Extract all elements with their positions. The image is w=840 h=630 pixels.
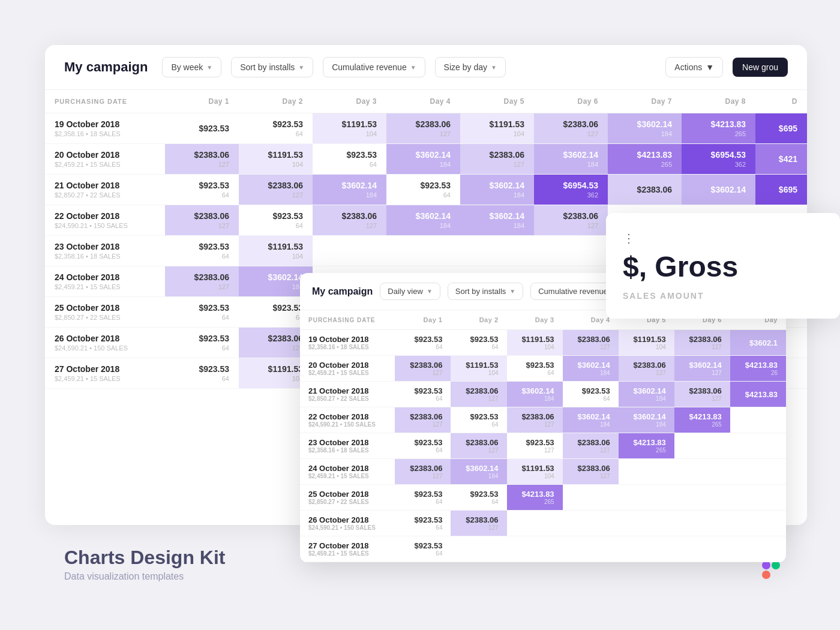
by-week-dropdown[interactable]: By week ▼	[162, 57, 221, 77]
row-date: 26 October 2018	[55, 334, 155, 343]
value-cell: $923.5364	[239, 205, 313, 236]
popup-sort-dropdown[interactable]: Sort by installs ▼	[448, 283, 523, 300]
sort-by-installs-dropdown[interactable]: Sort by installs ▼	[231, 57, 313, 77]
popup-value-cell: $2383.06127	[395, 459, 451, 485]
day7-header: Day 7	[608, 90, 682, 113]
popup-table-row: 22 October 2018$24,590.21 • 150 SALES$23…	[300, 407, 786, 433]
value-cell: $3602.14184	[534, 144, 608, 175]
gross-subtitle: SALES AMOUNT	[623, 291, 823, 301]
value-cell: $3602.14184	[386, 205, 460, 236]
day1-header: Day 1	[165, 90, 239, 113]
popup-value-cell	[619, 511, 674, 536]
popup-table-row: 23 October 2018$2,358.16 • 18 SALES$923.…	[300, 433, 786, 459]
popup-value-cell	[674, 511, 730, 536]
new-group-button[interactable]: New grou	[733, 58, 788, 77]
size-by-day-dropdown[interactable]: Size by day ▼	[435, 57, 506, 77]
value-cell: $923.5364	[165, 297, 239, 328]
popup-table-row: 21 October 2018$2,850.27 • 22 SALES$923.…	[300, 382, 786, 407]
popup-daily-view-dropdown[interactable]: Daily view ▼	[380, 283, 440, 300]
popup-value-cell: $2383.06127	[395, 356, 451, 382]
day2-header: Day 2	[239, 90, 313, 113]
popup-table-row: 26 October 2018$24,590.21 • 150 SALES$92…	[300, 511, 786, 536]
popup-value-cell: $923.5364	[451, 330, 506, 356]
date-column-header: PURCHASING DATE	[45, 90, 165, 113]
actions-button[interactable]: Actions ▼	[665, 57, 723, 77]
chevron-down-icon: ▼	[706, 62, 714, 72]
row-date-sub: $2,358.16 • 18 SALES	[55, 253, 155, 260]
table-row: 20 October 2018$2,459.21 • 15 SALES$2383…	[45, 144, 807, 175]
table-row: 19 October 2018$2,358.16 • 18 SALES$923.…	[45, 113, 807, 144]
popup-value-cell: $923.5364	[451, 485, 506, 511]
popup-date-header: PURCHASING DATE	[300, 310, 395, 330]
row-date: 21 October 2018	[55, 181, 155, 190]
popup-value-cell	[730, 407, 786, 433]
chevron-down-icon: ▼	[509, 288, 515, 295]
popup-sort-label: Sort by installs	[455, 287, 506, 296]
popup-value-cell	[730, 536, 786, 562]
value-cell: $3602.14184	[386, 144, 460, 175]
chevron-down-icon: ▼	[491, 64, 497, 71]
popup-value-cell	[730, 433, 786, 459]
campaign-title: My campaign	[64, 59, 148, 75]
row-date: 20 October 2018	[55, 150, 155, 160]
popup-value-cell: $2383.06127	[451, 382, 506, 407]
popup-value-cell: $3602.14184	[619, 407, 674, 433]
popup-value-cell	[451, 536, 506, 562]
popup-value-cell: $3602.14184	[563, 407, 619, 433]
value-cell: $2383.06127	[386, 113, 460, 144]
popup-value-cell	[730, 485, 786, 511]
popup-value-cell	[619, 536, 674, 562]
figma-dot-green	[772, 561, 780, 569]
value-cell: $1191.53104	[239, 144, 313, 175]
popup-value-cell	[619, 459, 674, 485]
more-options-icon[interactable]: ⋮	[623, 231, 823, 245]
size-label: Size by day	[444, 62, 487, 72]
value-cell: $2383.06127	[165, 266, 239, 297]
popup-value-cell: $2383.06127	[507, 407, 563, 433]
footer-area: Charts Design Kit Data visualization tem…	[45, 535, 244, 594]
popup-value-cell: $3602.14127	[674, 356, 730, 382]
popup-value-cell: $1191.53104	[451, 356, 506, 382]
popup-value-cell: $923.5364	[395, 433, 451, 459]
popup-value-cell: $2383.06127	[451, 511, 506, 536]
popup-value-cell: $4213.83	[730, 382, 786, 407]
value-cell: $2383.06127	[165, 144, 239, 175]
popup-value-cell: $4213.83265	[619, 433, 674, 459]
popup-value-cell	[730, 459, 786, 485]
day9-header: D	[755, 90, 807, 113]
value-cell: $3602.14	[682, 175, 755, 205]
popup-value-cell: $3602.1	[730, 330, 786, 356]
popup-value-cell: $923.5364	[451, 407, 506, 433]
popup-value-cell: $923.5364	[563, 382, 619, 407]
value-cell: $695	[755, 113, 807, 144]
popup-value-cell	[563, 536, 619, 562]
footer-title: Charts Design Kit	[64, 547, 225, 569]
popup-value-cell	[674, 536, 730, 562]
value-cell: $2383.06127	[534, 205, 608, 236]
value-cell: $923.5364	[165, 175, 239, 205]
popup-value-cell: $923.5364	[395, 382, 451, 407]
popup-table-container: PURCHASING DATE Day 1 Day 2 Day 3 Day 4 …	[300, 310, 786, 562]
value-cell: $3602.14184	[460, 205, 534, 236]
row-date-sub: $24,590.21 • 150 SALES	[55, 222, 155, 229]
cumulative-revenue-dropdown[interactable]: Cumulative revenue ▼	[323, 57, 425, 77]
chevron-down-icon: ▼	[206, 64, 212, 71]
row-date: 22 October 2018	[55, 211, 155, 221]
popup-value-cell: $3602.14184	[507, 382, 563, 407]
day8-header: Day 8	[682, 90, 755, 113]
row-date: 25 October 2018	[55, 303, 155, 313]
value-cell: $923.53	[165, 113, 239, 144]
value-cell: $6954.53362	[682, 144, 755, 175]
value-cell: $923.5364	[165, 236, 239, 266]
value-cell: $2383.06127	[534, 113, 608, 144]
figma-dot-orange	[762, 571, 770, 579]
actions-label: Actions	[674, 62, 702, 72]
popup-value-cell	[507, 511, 563, 536]
popup-value-cell: $2383.06127	[563, 330, 619, 356]
value-cell: $923.5364	[313, 144, 386, 175]
day5-header: Day 5	[460, 90, 534, 113]
row-date: 23 October 2018	[55, 242, 155, 251]
chevron-down-icon: ▼	[298, 64, 304, 71]
value-cell	[534, 236, 608, 266]
popup-title: My campaign	[312, 286, 373, 297]
